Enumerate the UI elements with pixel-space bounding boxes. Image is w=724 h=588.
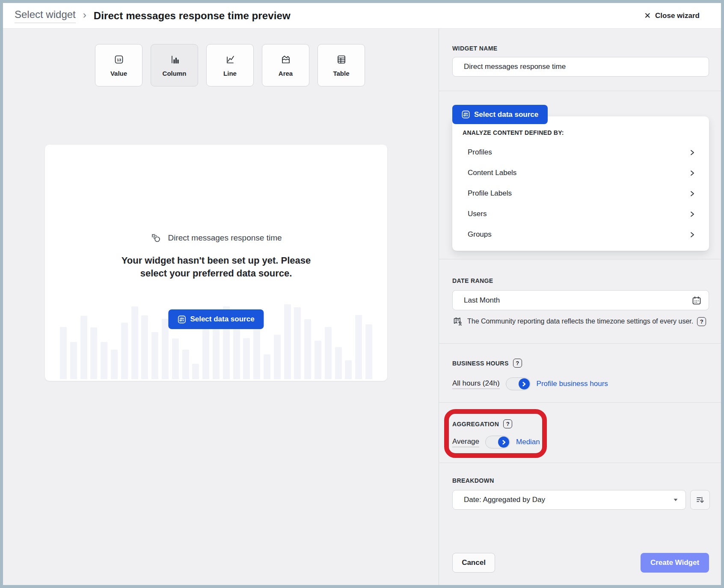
widget-type-line[interactable]: Line (206, 44, 254, 86)
close-wizard-button[interactable]: ✕ Close wizard (644, 12, 700, 20)
help-icon[interactable]: ? (503, 419, 512, 428)
placeholder-bar (294, 307, 301, 379)
business-hours-toggle[interactable] (506, 377, 531, 390)
widget-name-input[interactable] (452, 57, 709, 77)
data-source-dropdown: ANALYZE CONTENT DEFINED BY: Profiles Con… (452, 116, 709, 251)
aggregation-highlight-annotation (444, 409, 547, 458)
cancel-button[interactable]: Cancel (452, 553, 495, 573)
business-hours-label: BUSINESS HOURS (452, 360, 509, 367)
widget-type-selector: 13 Value Column Line Area (95, 44, 365, 86)
close-wizard-label: Close wizard (655, 12, 700, 20)
caret-down-icon (673, 497, 679, 503)
preview-empty-heading: Your widget hasn't been set up yet. Plea… (120, 254, 312, 280)
chevron-right-icon (501, 440, 507, 445)
placeholder-bar (274, 335, 281, 379)
sort-order-button[interactable] (690, 490, 710, 510)
column-chart-icon (169, 54, 180, 65)
widget-type-area[interactable]: Area (262, 44, 309, 86)
area-chart-icon (280, 54, 291, 65)
help-icon[interactable]: ? (513, 359, 522, 368)
average-label[interactable]: Average (452, 437, 479, 447)
data-source-option-profile-labels[interactable]: Profile Labels (463, 183, 700, 204)
aggregation-toggle-row: Average Median (452, 436, 540, 448)
placeholder-bar (141, 315, 148, 379)
date-range-value: Last Month (464, 296, 500, 305)
placeholder-bar (101, 342, 107, 379)
line-chart-icon (225, 54, 236, 65)
breakdown-select[interactable]: Date: Aggregated by Day (452, 490, 686, 510)
widget-type-column[interactable]: Column (151, 44, 198, 86)
placeholder-bar (335, 347, 342, 379)
timezone-note-text: The Community reporting data reflects th… (467, 318, 693, 325)
data-source-option-content-labels[interactable]: Content Labels (463, 163, 700, 183)
breadcrumb-separator-icon: › (83, 9, 86, 22)
chevron-right-icon (688, 210, 696, 218)
placeholder-bar (365, 324, 372, 379)
chevron-right-icon (688, 148, 696, 157)
section-divider (439, 343, 721, 344)
placeholder-bar (243, 338, 250, 379)
profile-business-hours-link[interactable]: Profile business hours (537, 380, 608, 388)
option-label: Profile Labels (468, 189, 512, 198)
placeholder-bar (202, 329, 209, 379)
select-data-source-label: Select data source (474, 110, 538, 119)
data-source-option-users[interactable]: Users (463, 204, 700, 224)
date-range-select[interactable]: Last Month (452, 290, 709, 310)
placeholder-bar (192, 364, 199, 379)
select-data-source-button[interactable]: Select data source (168, 309, 264, 329)
data-source-icon (462, 110, 470, 119)
breadcrumb-select-widget[interactable]: Select widget (15, 9, 76, 23)
option-label: Profiles (468, 148, 492, 157)
business-hours-toggle-row: All hours (24h) Profile business hours (452, 377, 608, 390)
chevron-right-icon (521, 381, 527, 387)
data-source-option-profiles[interactable]: Profiles (463, 142, 700, 163)
calendar-icon (691, 295, 702, 306)
data-source-option-groups[interactable]: Groups (463, 224, 700, 245)
page-title: Direct messages response time preview (94, 10, 291, 22)
select-data-source-button[interactable]: Select data source (452, 105, 548, 124)
widget-type-value[interactable]: 13 Value (95, 44, 142, 86)
widget-type-label: Table (333, 70, 349, 77)
wizard-header: Select widget › Direct messages response… (3, 3, 721, 29)
section-divider (439, 463, 721, 463)
widget-type-label: Area (279, 70, 293, 77)
widget-type-label: Value (110, 70, 127, 77)
section-divider (439, 259, 721, 259)
aggregation-toggle[interactable] (485, 436, 510, 448)
chevron-right-icon (688, 190, 696, 198)
widget-type-label: Column (163, 70, 187, 77)
section-divider (439, 91, 721, 91)
close-icon: ✕ (644, 12, 651, 20)
widget-icon (150, 232, 162, 244)
widget-name-label: WIDGET NAME (452, 45, 498, 52)
placeholder-bar (315, 341, 321, 379)
create-widget-button[interactable]: Create Widget (641, 553, 709, 573)
breadcrumb: Select widget › Direct messages response… (15, 9, 291, 23)
median-label[interactable]: Median (516, 438, 540, 446)
aggregation-header: AGGREGATION ? (452, 419, 512, 428)
widget-preview-card: Direct messages response time Your widge… (45, 145, 387, 381)
placeholder-bar (131, 306, 138, 379)
wizard-window: Select widget › Direct messages response… (0, 0, 724, 588)
value-icon: 13 (113, 54, 125, 65)
widget-type-table[interactable]: Table (317, 44, 365, 86)
placeholder-bar (90, 327, 97, 379)
toggle-knob (498, 437, 509, 448)
chevron-right-icon (688, 231, 696, 239)
placeholder-bar (325, 327, 332, 379)
placeholder-bar (355, 315, 362, 379)
select-data-source-label: Select data source (190, 315, 254, 324)
placeholder-bar (182, 350, 189, 379)
widget-type-label: Line (223, 70, 237, 77)
placeholder-bar (151, 332, 158, 379)
placeholder-bar (264, 354, 270, 379)
svg-text:13: 13 (116, 57, 121, 62)
aggregation-label: AGGREGATION (452, 421, 499, 428)
help-icon[interactable]: ? (697, 317, 706, 326)
option-label: Content Labels (468, 169, 516, 177)
timezone-map-icon (452, 316, 463, 327)
date-range-label: DATE RANGE (452, 277, 493, 284)
placeholder-bar (162, 319, 169, 379)
all-hours-label[interactable]: All hours (24h) (452, 379, 500, 389)
chevron-right-icon (688, 169, 696, 177)
